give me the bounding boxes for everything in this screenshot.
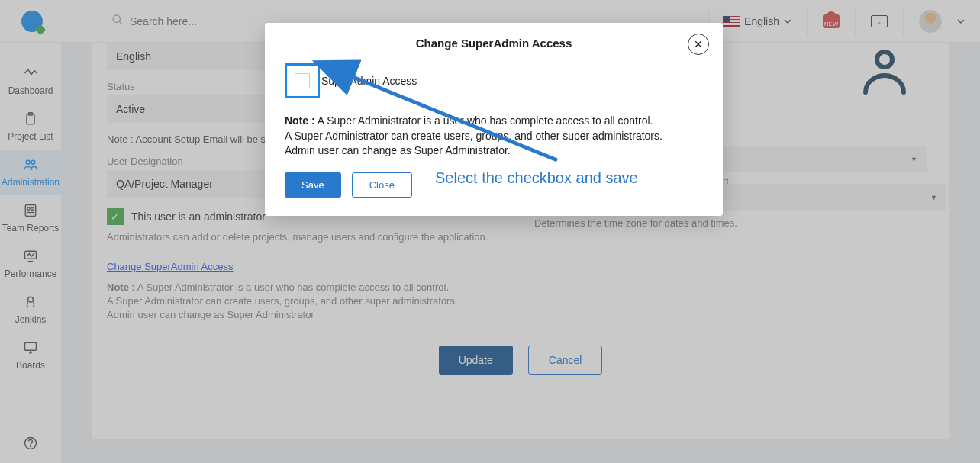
modal-note-line2: A Super Administrator can create users, …	[285, 130, 662, 142]
annotation-text: Select the checkbox and save	[435, 169, 638, 187]
close-button[interactable]: Close	[352, 172, 412, 198]
superadmin-checkbox[interactable]	[295, 73, 310, 88]
superadmin-checkbox-highlight	[285, 63, 320, 98]
modal-note-label: Note :	[285, 114, 315, 127]
modal-note-line1: A Super Administrator is a user who has …	[315, 114, 653, 127]
close-icon[interactable]: ✕	[688, 34, 709, 55]
modal-title: Change SuperAdmin Access	[285, 37, 703, 50]
superadmin-checkbox-label: SuperAdmin Access	[321, 75, 417, 87]
modal-check-row: SuperAdmin Access	[285, 63, 703, 98]
modal-note: Note : A Super Administrator is a user w…	[285, 114, 703, 159]
save-button[interactable]: Save	[285, 172, 341, 198]
modal-note-line3: Admin user can change as Super Administr…	[285, 144, 511, 156]
